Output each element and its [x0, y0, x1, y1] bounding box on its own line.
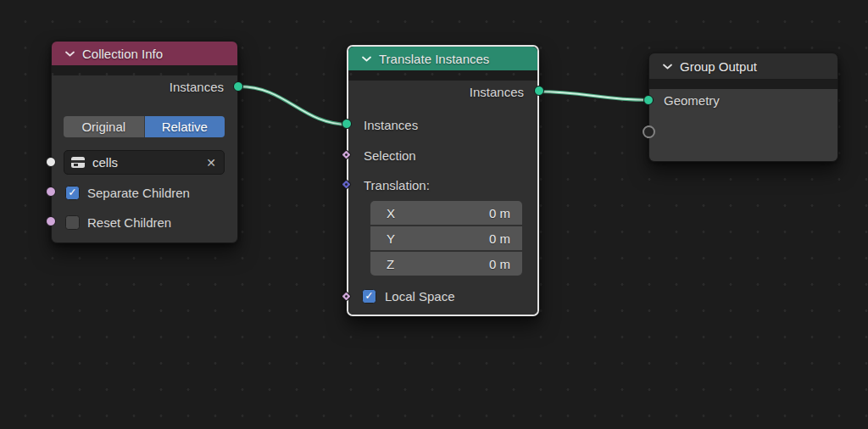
node-group-output[interactable]: Group Output Geometry — [648, 53, 838, 162]
socket-input-instances[interactable] — [342, 119, 352, 129]
axis-label: Z — [370, 257, 489, 271]
input-label: Instances — [364, 118, 418, 132]
local-space-checkbox[interactable]: ✓ — [362, 289, 376, 304]
axis-label: Y — [370, 231, 489, 246]
node-link[interactable] — [239, 86, 349, 125]
node-link[interactable] — [537, 92, 649, 100]
reset-children-checkbox[interactable] — [65, 215, 80, 230]
check-mark-icon: ✓ — [68, 187, 76, 198]
translation-z-field[interactable]: Z 0 m — [370, 252, 522, 276]
chevron-down-icon[interactable] — [65, 51, 75, 57]
input-row-translation: Translation: — [348, 174, 537, 196]
node-title: Group Output — [680, 59, 757, 74]
separate-children-row[interactable]: ✓ Separate Children — [52, 183, 237, 202]
socket-input-collection[interactable] — [46, 157, 56, 167]
axis-value: 0 m — [489, 231, 522, 246]
node-body: Instances Instances Selection Translatio… — [348, 81, 537, 315]
mode-original-button[interactable]: Original — [64, 116, 145, 137]
checkbox-label: Separate Children — [87, 186, 190, 200]
node-title: Translate Instances — [379, 52, 489, 66]
check-mark-icon: ✓ — [364, 291, 373, 302]
translation-vector-fields: X 0 m Y 0 m Z 0 m — [370, 201, 522, 276]
axis-value: 0 m — [489, 206, 522, 220]
node-link[interactable] — [239, 86, 349, 125]
node-editor-canvas[interactable]: Collection Info Instances Original Relat… — [0, 0, 868, 429]
socket-input-separate-children[interactable] — [46, 187, 56, 197]
socket-virtual-input[interactable] — [643, 125, 655, 138]
node-header-translate-instances[interactable]: Translate Instances — [348, 47, 537, 70]
checkbox-label: Local Space — [385, 289, 455, 304]
node-header-group-output[interactable]: Group Output — [649, 53, 837, 79]
input-label: Selection — [364, 148, 416, 163]
translation-y-field[interactable]: Y 0 m — [370, 226, 522, 250]
output-row-instances: Instances — [52, 75, 237, 98]
translation-x-field[interactable]: X 0 m — [370, 201, 522, 225]
collection-mode-segmented: Original Relative — [64, 116, 225, 137]
output-label: Instances — [470, 85, 524, 99]
mode-relative-button[interactable]: Relative — [145, 116, 225, 137]
local-space-row[interactable]: ✓ Local Space — [348, 287, 537, 305]
chevron-down-icon[interactable] — [663, 64, 672, 70]
clear-collection-icon[interactable]: ✕ — [198, 156, 224, 170]
output-row-instances: Instances — [348, 81, 537, 103]
collection-name[interactable]: cells — [92, 155, 198, 170]
node-collection-info[interactable]: Collection Info Instances Original Relat… — [51, 41, 238, 243]
node-title: Collection Info — [82, 47, 163, 61]
separate-children-checkbox[interactable]: ✓ — [65, 186, 80, 200]
socket-output-instances[interactable] — [233, 81, 243, 92]
output-label: Instances — [170, 80, 224, 94]
socket-input-geometry[interactable] — [643, 95, 654, 105]
node-body: Geometry — [649, 89, 837, 161]
input-label: Geometry — [664, 93, 720, 108]
socket-output-instances[interactable] — [534, 86, 544, 96]
axis-label: X — [370, 206, 489, 220]
input-row-geometry: Geometry — [649, 89, 837, 112]
reset-children-row[interactable]: Reset Children — [52, 213, 237, 231]
chevron-down-icon[interactable] — [362, 56, 371, 62]
axis-value: 0 m — [489, 257, 522, 271]
input-row-instances: Instances — [348, 114, 537, 136]
collection-picker-field[interactable]: cells ✕ — [64, 150, 225, 175]
node-link[interactable] — [537, 92, 649, 100]
node-body: Instances Original Relative cells ✕ ✓ Se… — [52, 75, 237, 242]
input-row-selection: Selection — [348, 144, 537, 166]
socket-input-reset-children[interactable] — [46, 216, 56, 226]
node-header-collection-info[interactable]: Collection Info — [52, 42, 237, 65]
checkbox-label: Reset Children — [87, 215, 171, 230]
collection-icon — [71, 157, 85, 168]
node-translate-instances[interactable]: Translate Instances Instances Instances … — [347, 45, 539, 316]
input-label: Translation: — [364, 178, 430, 192]
